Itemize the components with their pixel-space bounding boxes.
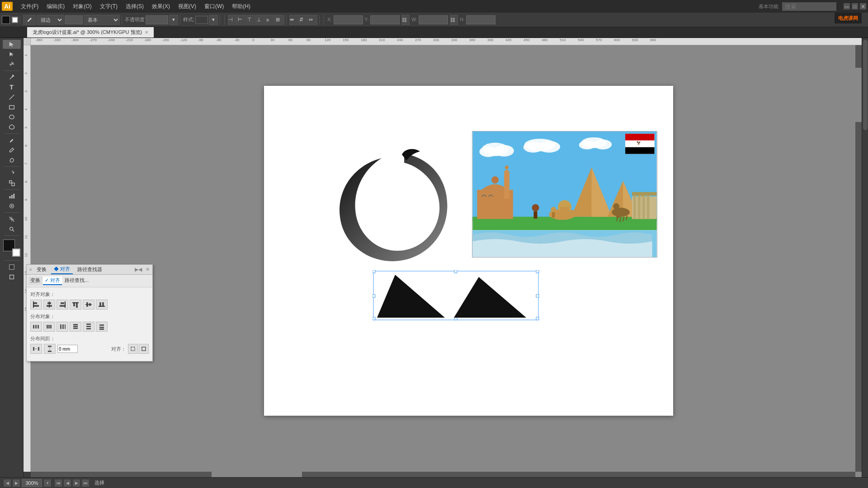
canvas-viewport[interactable]: 🦅 <box>31 45 862 488</box>
stroke-color-box[interactable] <box>12 249 20 257</box>
dist-button[interactable]: ⇔ <box>308 15 317 25</box>
link-xy-button[interactable]: ⛓ <box>401 15 410 25</box>
align-h-right-button[interactable]: ⊤ <box>247 15 256 25</box>
align-v-top-button[interactable]: ⊥ <box>256 15 265 25</box>
dist-v-button[interactable]: ⇵ <box>299 15 308 25</box>
align-v-centers-button[interactable] <box>83 300 94 310</box>
stroke-width-input[interactable] <box>65 15 83 24</box>
pathfinder-tab[interactable]: 路径查找器 <box>75 265 105 274</box>
menu-help[interactable]: 帮助(H) <box>228 2 254 11</box>
graph-tool[interactable] <box>3 192 21 201</box>
stroke-type-select[interactable]: 基本 <box>84 15 120 25</box>
dist-top-button[interactable] <box>70 322 81 332</box>
paintbrush-tool[interactable] <box>3 136 21 145</box>
align-h-center-button[interactable]: ⊢ <box>237 15 246 25</box>
fill-mode-button[interactable] <box>3 263 21 272</box>
menu-window[interactable]: 窗口(W) <box>201 2 227 11</box>
dist-spacing-v-button[interactable] <box>44 344 56 354</box>
pathfinder-subtab[interactable]: 路径查找... <box>63 277 90 285</box>
align-h-centers-button[interactable] <box>43 300 55 310</box>
h-input[interactable]: 19.27 mm <box>466 15 495 24</box>
align-to-selection-button[interactable] <box>128 344 138 354</box>
pencil-tool[interactable] <box>3 145 21 155</box>
align-subtab[interactable]: ✓ 对齐 <box>43 277 62 285</box>
ellipse-tool[interactable] <box>3 113 21 122</box>
dist-center-v-button[interactable] <box>83 322 94 332</box>
magic-wand-tool[interactable] <box>3 60 21 69</box>
menu-type[interactable]: 文字(T) <box>96 2 121 11</box>
blob-brush-tool[interactable] <box>3 155 21 164</box>
direct-selection-tool[interactable] <box>3 50 21 59</box>
panel-close-button[interactable]: ✕ <box>146 267 150 272</box>
align-left-edges-button[interactable] <box>30 300 42 310</box>
w-input[interactable]: 82.439 <box>419 15 448 24</box>
active-tab[interactable]: 龙虎logo设计提案.ai* @ 300% (CMYK/GPU 预览) ✕ <box>27 27 154 38</box>
align-v-center-button[interactable]: ≡ <box>266 15 275 25</box>
panel-menu-button[interactable]: ▶◀ <box>135 267 142 272</box>
dist-spacing-h-button[interactable] <box>30 344 42 354</box>
menu-effect[interactable]: 效果(X) <box>148 2 174 11</box>
minimize-button[interactable]: — <box>844 3 850 9</box>
align-top-edges-button[interactable] <box>70 300 81 310</box>
change-screen-mode[interactable] <box>3 272 21 282</box>
zoom-tool[interactable] <box>3 225 21 234</box>
y-input[interactable]: 106.462 <box>370 15 400 24</box>
polygon-tool[interactable] <box>3 122 21 131</box>
align-right-edges-button[interactable] <box>57 300 68 310</box>
horizontal-scrollbar[interactable] <box>31 472 855 477</box>
scrollbar-thumb-h[interactable] <box>212 472 302 477</box>
dist-right-button[interactable] <box>57 322 68 332</box>
zoom-dropdown-button[interactable]: ▾ <box>44 479 51 487</box>
right-scrollbar[interactable] <box>863 40 868 130</box>
align-to-artboard-button[interactable] <box>139 344 149 354</box>
dist-bottom-button[interactable] <box>96 322 108 332</box>
link-wh-button[interactable]: ⛓ <box>450 15 458 25</box>
align-bottom-edges-button[interactable] <box>96 300 108 310</box>
symbol-tool[interactable] <box>3 202 21 211</box>
panel-drag-handle[interactable]: ≡ <box>29 267 32 272</box>
scrollbar-thumb-v[interactable] <box>855 68 862 122</box>
tab-close-button[interactable]: ✕ <box>145 30 148 35</box>
play-forward-button[interactable]: ⏭ <box>82 479 89 487</box>
align-v-bottom-button[interactable]: ⊞ <box>275 15 284 25</box>
x-input[interactable]: 559.767 <box>334 15 363 24</box>
play-back-button[interactable]: ⏮ <box>55 479 62 487</box>
stroke-color-swatch[interactable] <box>12 17 18 23</box>
fill-color-swatch[interactable] <box>2 16 10 24</box>
play-prev-button[interactable]: ◀ <box>64 479 71 487</box>
brush-tool-button[interactable] <box>23 15 36 25</box>
pen-tool[interactable] <box>3 73 21 82</box>
stroke-style-select[interactable]: 描边 <box>37 15 64 25</box>
line-tool[interactable] <box>3 93 21 102</box>
close-button[interactable]: ✕ <box>860 3 866 9</box>
dist-h-button[interactable]: ⇹ <box>289 15 298 25</box>
opacity-input[interactable]: 100% <box>146 15 168 24</box>
opacity-menu-button[interactable]: ▾ <box>169 15 178 25</box>
menu-file[interactable]: 文件(F) <box>17 2 42 11</box>
style-menu-button[interactable]: ▾ <box>209 15 218 25</box>
align-tab[interactable]: ◆ 对齐 <box>51 265 73 274</box>
dist-center-h-button[interactable] <box>43 322 55 332</box>
align-h-left-button[interactable]: ⊣ <box>228 15 237 25</box>
menu-select[interactable]: 选择(S) <box>122 2 147 11</box>
scale-tool[interactable] <box>3 178 21 188</box>
transform-tab[interactable]: 变换 <box>34 265 49 274</box>
vertical-scrollbar[interactable] <box>855 45 862 472</box>
prev-page-button[interactable]: ◀ <box>4 479 11 487</box>
spacing-value-input[interactable]: 0 mm <box>57 345 78 353</box>
menu-view[interactable]: 视图(V) <box>175 2 200 11</box>
next-page-button[interactable]: ▶ <box>13 479 20 487</box>
style-preview[interactable] <box>195 16 208 24</box>
zoom-input[interactable] <box>22 479 42 487</box>
color-selector[interactable] <box>3 239 20 257</box>
menu-object[interactable]: 对象(O) <box>69 2 95 11</box>
selection-tool[interactable] <box>3 40 21 49</box>
slice-tool[interactable] <box>3 215 21 224</box>
menu-edit[interactable]: 编辑(E) <box>43 2 68 11</box>
play-next-button[interactable]: ▶ <box>73 479 80 487</box>
rectangle-tool[interactable] <box>3 103 21 112</box>
pyramids-group[interactable] <box>373 270 535 320</box>
dist-left-button[interactable] <box>30 322 42 332</box>
search-input[interactable] <box>782 2 836 11</box>
rotate-tool[interactable] <box>3 169 21 178</box>
